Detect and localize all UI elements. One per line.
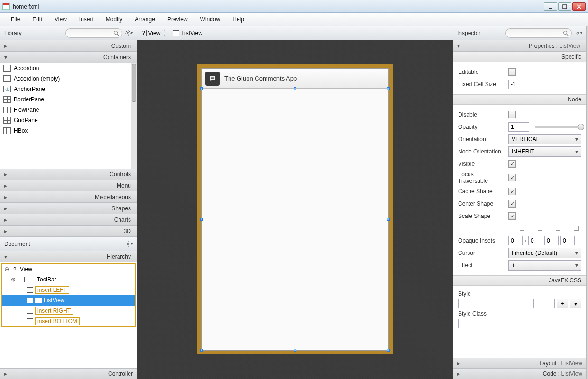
library-section-3d[interactable]: ▸3D: [0, 226, 137, 237]
minimize-button[interactable]: [544, 2, 557, 11]
container-icon: [18, 277, 25, 282]
chevron-right-icon: 〉: [163, 29, 170, 37]
orientation-dropdown[interactable]: VERTICAL: [508, 134, 581, 144]
library-item-anchorpane[interactable]: AnchorPane: [0, 84, 131, 94]
tree-slot-bottom[interactable]: insert BOTTOM: [2, 316, 135, 326]
prop-cursor: Cursor Inherited (Default): [453, 247, 586, 259]
tree-slot-left[interactable]: insert LEFT: [2, 285, 135, 295]
style-input[interactable]: [458, 299, 534, 308]
inspector-settings-button[interactable]: ▾: [575, 29, 582, 37]
design-canvas[interactable]: The Gluon Comments App: [137, 40, 453, 379]
breadcrumb-listview[interactable]: ListView: [173, 30, 202, 36]
prop-scale-shape: Scale Shape: [453, 210, 586, 222]
breadcrumb-view[interactable]: ? View: [141, 30, 160, 36]
library-item-flowpane[interactable]: FlowPane: [0, 105, 131, 115]
focus-traversable-checkbox[interactable]: [508, 174, 516, 181]
container-icon: [27, 298, 33, 303]
document-section-hierarchy[interactable]: ▾Hierarchy: [0, 251, 137, 262]
opacity-input[interactable]: [508, 122, 529, 132]
library-section-menu[interactable]: ▸Menu: [0, 180, 137, 191]
editable-checkbox[interactable]: [508, 68, 516, 76]
library-item-accordion-empty[interactable]: Accordion (empty): [0, 73, 131, 84]
library-scrollbar[interactable]: [131, 63, 137, 169]
library-item-hbox[interactable]: HBox: [0, 126, 131, 136]
library-section-charts[interactable]: ▸Charts: [0, 214, 137, 226]
inspector-section-specific: Specific: [453, 52, 586, 62]
cache-shape-checkbox[interactable]: [508, 188, 516, 195]
inset-link-checkbox[interactable]: [556, 226, 560, 231]
preview-toolbar: The Gluon Comments App: [202, 69, 388, 89]
maximize-button[interactable]: [558, 2, 571, 11]
library-item-gridpane[interactable]: GridPane: [0, 115, 131, 126]
prop-focus-traversable: Focus Traversable: [453, 170, 586, 185]
tree-slot-right[interactable]: insert RIGHT: [2, 306, 135, 316]
effect-dropdown[interactable]: +: [508, 260, 581, 271]
library-section-custom[interactable]: ▸Custom: [0, 40, 137, 52]
node-orientation-dropdown[interactable]: INHERIT: [508, 146, 581, 157]
inset-top-input[interactable]: [508, 236, 523, 245]
library-section-miscellaneous[interactable]: ▸Miscellaneous: [0, 191, 137, 203]
insert-placeholder[interactable]: insert LEFT: [35, 286, 69, 294]
inspector-scrollbar[interactable]: [586, 26, 588, 379]
fixed-cell-size-input[interactable]: [508, 80, 581, 89]
svg-rect-1: [3, 3, 9, 5]
inspector-layout-footer[interactable]: ▸ Layout : ListView: [453, 358, 586, 368]
menu-preview[interactable]: Preview: [163, 14, 193, 25]
question-icon: ?: [141, 30, 147, 36]
prop-visible: Visible: [453, 158, 586, 170]
preview-listview[interactable]: [202, 89, 388, 350]
menu-modify[interactable]: Modify: [101, 14, 127, 25]
gear-icon: [125, 30, 131, 36]
visible-checkbox[interactable]: [508, 160, 516, 168]
menu-help[interactable]: Help: [228, 14, 249, 25]
library-section-shapes[interactable]: ▸Shapes: [0, 203, 137, 214]
cursor-dropdown[interactable]: Inherited (Default): [508, 248, 581, 258]
inset-link-checkbox[interactable]: [538, 226, 542, 231]
insert-placeholder[interactable]: insert RIGHT: [35, 307, 73, 315]
document-settings-button[interactable]: ▾: [125, 240, 133, 248]
svg-point-26: [577, 32, 579, 34]
prop-style-class: Style Class: [453, 309, 586, 329]
inset-right-input[interactable]: [528, 236, 542, 245]
inspector-properties-header[interactable]: ▾ Properties : ListView: [453, 40, 586, 52]
inset-link-checkbox[interactable]: [520, 226, 524, 231]
opacity-slider[interactable]: [535, 126, 581, 128]
menu-arrange[interactable]: Arrange: [130, 14, 160, 25]
library-item-accordion[interactable]: Accordion: [0, 63, 131, 73]
library-title: Library: [4, 30, 65, 36]
disable-checkbox[interactable]: [508, 111, 516, 118]
style-class-input[interactable]: [458, 319, 581, 328]
menu-insert[interactable]: Insert: [74, 14, 98, 25]
library-item-borderpane[interactable]: BorderPane: [0, 94, 131, 105]
library-section-controls[interactable]: ▸Controls: [0, 169, 137, 180]
collapse-icon[interactable]: ⊖: [4, 266, 9, 272]
toolbar-icon: [27, 277, 35, 282]
insert-placeholder[interactable]: insert BOTTOM: [35, 317, 80, 325]
app-icon: [2, 3, 10, 10]
menu-file[interactable]: File: [6, 14, 25, 25]
scale-shape-checkbox[interactable]: [508, 212, 516, 220]
expand-icon[interactable]: ⊕: [10, 276, 16, 283]
library-settings-button[interactable]: ▾: [125, 29, 133, 37]
tree-node-view[interactable]: ⊖ ? View: [2, 264, 135, 274]
document-section-controller[interactable]: ▸Controller: [0, 368, 137, 379]
inset-bottom-input[interactable]: [544, 236, 559, 245]
inset-left-input[interactable]: [560, 236, 575, 245]
style-menu-button[interactable]: ▾: [570, 299, 581, 308]
menu-window[interactable]: Window: [195, 14, 225, 25]
style-add-button[interactable]: +: [557, 299, 568, 308]
tree-node-toolbar[interactable]: ⊕ ToolBar: [2, 274, 135, 285]
style-value-input[interactable]: [536, 299, 555, 308]
inspector-code-footer[interactable]: ▸ Code : ListView: [453, 368, 586, 379]
tree-node-listview[interactable]: ListView: [2, 295, 135, 306]
inspector-title: Inspector: [457, 30, 505, 36]
inset-link-checkbox[interactable]: [574, 226, 579, 231]
menu-edit[interactable]: Edit: [28, 14, 47, 25]
library-section-containers[interactable]: ▾Containers: [0, 52, 137, 63]
close-button[interactable]: [572, 2, 586, 11]
window-titlebar[interactable]: home.fxml: [0, 0, 588, 13]
library-search[interactable]: [65, 28, 122, 38]
inspector-search[interactable]: [505, 28, 572, 38]
menu-view[interactable]: View: [50, 14, 72, 25]
center-shape-checkbox[interactable]: [508, 200, 516, 208]
